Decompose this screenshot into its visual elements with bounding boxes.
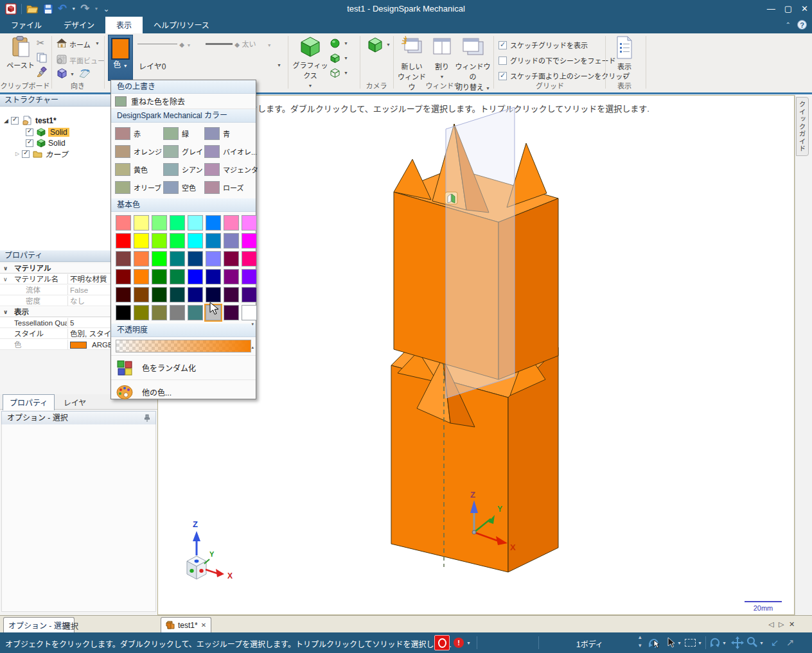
basic-color-7[interactable] xyxy=(224,215,239,231)
zoom-extents-icon[interactable]: ↙ xyxy=(771,638,779,647)
basic-color-18[interactable] xyxy=(134,251,149,266)
layer-select[interactable]: レイヤ0 ▼ xyxy=(139,60,281,71)
copy-icon[interactable] xyxy=(37,53,47,63)
shaded-dropdown-icon[interactable]: ▼ xyxy=(344,56,348,60)
help-icon[interactable]: ? xyxy=(797,20,807,30)
basic-color-41[interactable] xyxy=(116,305,131,320)
spin-up-icon[interactable]: ▴ xyxy=(639,634,642,640)
basic-color-17[interactable] xyxy=(116,251,131,266)
section-marker-icon[interactable] xyxy=(445,192,457,204)
basic-color-11[interactable] xyxy=(152,233,167,248)
orbit-dropdown-icon[interactable]: ▼ xyxy=(722,641,727,645)
tab-nav-next-icon[interactable]: ▷ xyxy=(779,620,784,629)
box-select-dropdown-icon[interactable]: ▼ xyxy=(698,641,702,645)
orientation-dropdown-icon[interactable]: ▼ xyxy=(70,72,75,76)
dsm-color-11[interactable]: 空色 xyxy=(163,180,203,195)
dsm-color-2[interactable]: 緑 xyxy=(163,126,203,141)
basic-color-10[interactable] xyxy=(134,233,149,248)
basic-color-13[interactable] xyxy=(188,233,203,248)
basic-color-48[interactable] xyxy=(242,305,257,320)
basic-color-19[interactable] xyxy=(152,251,167,266)
dsm-color-8[interactable]: シアン xyxy=(163,162,203,177)
checkbox-fade-scene[interactable]: グリッドの下でシーンをフェード xyxy=(499,55,615,65)
box-select-icon[interactable] xyxy=(685,639,696,647)
tab-help[interactable]: ヘルプ/リソース xyxy=(143,17,220,33)
sketch-plane[interactable] xyxy=(446,107,515,398)
property-value[interactable]: 5 xyxy=(70,318,74,328)
basic-color-4[interactable] xyxy=(170,215,185,231)
basic-color-31[interactable] xyxy=(224,269,239,284)
camera-dropdown-icon[interactable]: ▼ xyxy=(386,42,391,47)
basic-color-37[interactable] xyxy=(188,287,203,302)
wireframe-dropdown-icon[interactable]: ▼ xyxy=(344,71,348,75)
display-button[interactable]: 表示 ▼ xyxy=(610,36,639,80)
orientation-cube-icon[interactable] xyxy=(57,68,67,79)
color-value-swatch[interactable] xyxy=(70,342,87,349)
tab-list-close-icon[interactable]: ✕ xyxy=(789,620,795,629)
orbit-icon[interactable] xyxy=(709,637,721,649)
home-icon[interactable] xyxy=(57,39,67,48)
spin-down-icon[interactable]: ▾ xyxy=(639,643,642,649)
camera-cube-icon[interactable] xyxy=(367,37,383,53)
property-value[interactable]: 不明な材質 xyxy=(70,274,107,284)
tree-row-solid-2[interactable]: Solid xyxy=(26,137,66,148)
tab-design[interactable]: デザイン xyxy=(53,17,105,33)
tree-row-curves[interactable]: ▷ カーブ xyxy=(15,148,67,159)
dsm-color-4[interactable]: オレンジ xyxy=(115,144,162,159)
remove-overlay-color-item[interactable]: 重ねた色を除去 xyxy=(111,94,256,109)
basic-color-47[interactable] xyxy=(224,305,239,320)
tree-row-solid-1[interactable]: Solid xyxy=(26,126,69,137)
pan-icon[interactable] xyxy=(731,636,744,649)
dsm-color-1[interactable]: 赤 xyxy=(115,126,162,141)
basic-color-16[interactable] xyxy=(242,233,257,248)
basic-color-21[interactable] xyxy=(188,251,203,266)
render-sphere-icon[interactable] xyxy=(330,39,340,48)
tab-properties[interactable]: プロパティ xyxy=(3,394,55,410)
basic-color-44[interactable] xyxy=(170,305,185,320)
zoom-dropdown-icon[interactable]: ▼ xyxy=(759,641,764,645)
split-window-button[interactable]: 割り ▼ xyxy=(429,36,455,80)
close-button[interactable]: ✕ xyxy=(801,4,808,13)
opacity-spin-down-icon[interactable]: ▾ xyxy=(251,322,254,327)
collapse-ribbon-icon[interactable]: ⌃ xyxy=(786,21,791,28)
caret-collapsed-icon[interactable]: ▷ xyxy=(15,151,19,157)
basic-color-12[interactable] xyxy=(170,233,185,248)
basic-color-14[interactable] xyxy=(206,233,221,248)
checkbox-show-sketch-grid[interactable]: スケッチグリッドを表示 xyxy=(499,40,588,50)
visibility-checkbox[interactable] xyxy=(26,128,33,136)
basic-color-25[interactable] xyxy=(116,269,131,284)
dsm-color-7[interactable]: 黄色 xyxy=(115,162,162,177)
basic-color-36[interactable] xyxy=(170,287,185,302)
basic-color-2[interactable] xyxy=(134,215,149,231)
tree-row-root[interactable]: ◢ test1* xyxy=(4,115,57,126)
visibility-checkbox[interactable] xyxy=(11,117,19,125)
basic-color-30[interactable] xyxy=(206,269,221,284)
basic-color-45[interactable] xyxy=(188,305,203,320)
home-dropdown-icon[interactable]: ▼ xyxy=(95,41,100,46)
dsm-color-3[interactable]: 青 xyxy=(204,126,258,141)
basic-color-43[interactable] xyxy=(152,305,167,320)
basic-color-24[interactable] xyxy=(242,251,257,266)
visibility-checkbox[interactable] xyxy=(26,139,33,147)
wireframe-cube-icon[interactable] xyxy=(330,68,340,78)
tab-close-icon[interactable]: ✕ xyxy=(201,622,206,629)
dsm-color-6[interactable]: バイオレ... xyxy=(204,144,258,159)
tab-file[interactable]: ファイル xyxy=(0,17,53,33)
basic-color-6[interactable] xyxy=(206,215,221,231)
basic-color-22[interactable] xyxy=(206,251,221,266)
line-style-select[interactable]: ◆ ▼ xyxy=(137,40,199,49)
basic-color-40[interactable] xyxy=(242,287,257,302)
error-indicator[interactable]: ! xyxy=(454,638,464,648)
color-button[interactable]: 色 ▼ xyxy=(108,35,133,81)
basic-color-39[interactable] xyxy=(224,287,239,302)
basic-color-29[interactable] xyxy=(188,269,203,284)
basic-color-3[interactable] xyxy=(152,215,167,231)
basic-color-35[interactable] xyxy=(152,287,167,302)
select-return-icon[interactable] xyxy=(648,636,660,649)
graphics-button[interactable]: グラフィックス ▼ xyxy=(292,36,328,89)
render-dropdown-icon[interactable]: ▼ xyxy=(344,41,348,46)
caret-expanded-icon[interactable]: ◢ xyxy=(4,118,8,124)
tab-layers[interactable]: レイヤ xyxy=(57,395,93,410)
more-colors-item[interactable]: 他の色... xyxy=(111,380,256,404)
randomize-colors-item[interactable]: 色をランダム化 xyxy=(111,355,256,380)
